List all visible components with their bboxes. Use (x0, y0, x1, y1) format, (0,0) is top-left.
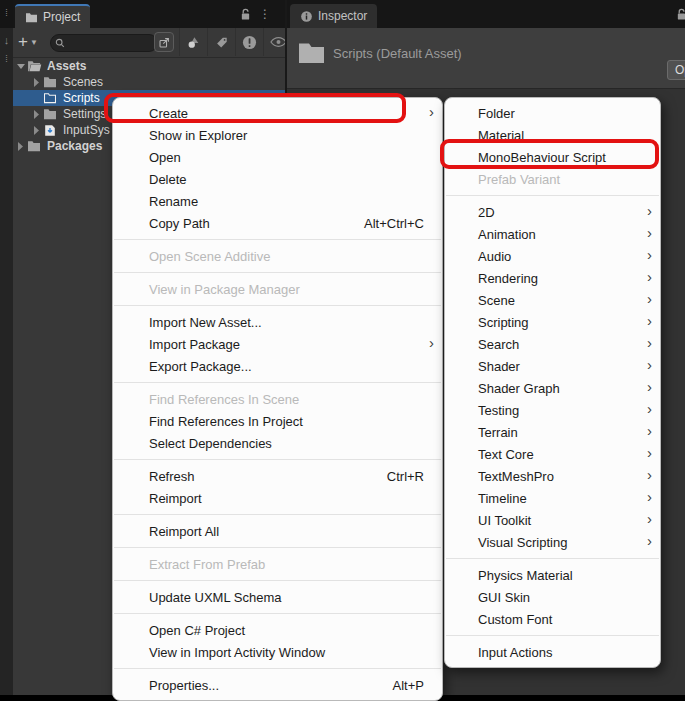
down-arrow-icon[interactable]: ↓ (0, 34, 13, 46)
submenu-item-material[interactable]: Material (445, 124, 660, 146)
search-input[interactable] (68, 36, 142, 50)
submenu-item-gui-skin[interactable]: GUI Skin (445, 586, 660, 608)
submenu-item-text-core[interactable]: Text Core › (445, 443, 660, 465)
menu-item-import-new-asset[interactable]: Import New Asset... (113, 311, 442, 333)
twisty-icon[interactable] (33, 78, 43, 87)
menu-item-find-references-in-project[interactable]: Find References In Project (113, 410, 442, 432)
menu-item-extract-from-prefab[interactable]: Extract From Prefab (113, 553, 442, 575)
submenu-item-rendering[interactable]: Rendering › (445, 267, 660, 289)
submenu-item-folder[interactable]: Folder (445, 102, 660, 124)
submenu-item-label: Audio (478, 249, 646, 264)
menu-item-open[interactable]: Open (113, 146, 442, 168)
menu-separator (114, 580, 441, 581)
submenu-item-shader[interactable]: Shader › (445, 355, 660, 377)
tab-project[interactable]: Project (15, 4, 90, 28)
menu-item-copy-path[interactable]: Copy Path Alt+Ctrl+C (113, 212, 442, 234)
submenu-item-label: Timeline (478, 491, 646, 506)
tab-inspector[interactable]: Inspector (290, 4, 377, 28)
search-icon (55, 38, 65, 48)
folder-icon (43, 75, 59, 89)
tree-item-scenes[interactable]: Scenes (13, 74, 285, 90)
menu-item-create[interactable]: Create › (113, 102, 442, 124)
submenu-item-scripting[interactable]: Scripting › (445, 311, 660, 333)
kebab-icon[interactable]: ⁞ (0, 54, 13, 64)
submenu-item-ui-toolkit[interactable]: UI Toolkit › (445, 509, 660, 531)
filter-by-label-button[interactable] (207, 28, 235, 56)
submenu-item-label: Search (478, 337, 646, 352)
menu-item-shortcut: Alt+P (393, 678, 424, 693)
tree-item-label: Scripts (63, 91, 100, 105)
filter-by-type-button[interactable] (179, 28, 207, 56)
menu-item-label: View in Import Activity Window (149, 645, 424, 660)
inspector-unlock-icon[interactable] (676, 8, 685, 21)
submenu-arrow-icon: › (647, 268, 652, 285)
menu-item-open-scene-additive[interactable]: Open Scene Additive (113, 245, 442, 267)
menu-item-label: Copy Path (149, 216, 344, 231)
menu-item-open-c-project[interactable]: Open C# Project (113, 619, 442, 641)
menu-item-label: Delete (149, 172, 424, 187)
submenu-item-visual-scripting[interactable]: Visual Scripting › (445, 531, 660, 553)
submenu-item-2d[interactable]: 2D › (445, 201, 660, 223)
menu-item-view-in-package-manager[interactable]: View in Package Manager (113, 278, 442, 300)
menu-item-label: Update UXML Schema (149, 590, 424, 605)
unlock-icon[interactable] (240, 8, 251, 21)
menu-item-label: Open Scene Additive (149, 249, 424, 264)
menu-item-update-uxml-schema[interactable]: Update UXML Schema (113, 586, 442, 608)
submenu-item-input-actions[interactable]: Input Actions (445, 641, 660, 663)
submenu-arrow-icon: › (647, 488, 652, 505)
create-asset-button[interactable]: +▼ (18, 31, 44, 53)
menu-item-reimport[interactable]: Reimport (113, 487, 442, 509)
submenu-item-audio[interactable]: Audio › (445, 245, 660, 267)
menu-item-import-package[interactable]: Import Package › (113, 333, 442, 355)
menu-item-properties[interactable]: Properties... Alt+P (113, 674, 442, 696)
twisty-icon[interactable] (33, 126, 43, 135)
menu-item-view-in-import-activity-window[interactable]: View in Import Activity Window (113, 641, 442, 663)
create-submenu: Folder Material MonoBehaviour Script Pre… (444, 97, 661, 668)
submenu-item-label: GUI Skin (478, 590, 646, 605)
menu-separator (114, 382, 441, 383)
submenu-item-timeline[interactable]: Timeline › (445, 487, 660, 509)
tree-item-assets[interactable]: Assets (13, 58, 285, 74)
submenu-item-label: Folder (478, 106, 646, 121)
submenu-item-testing[interactable]: Testing › (445, 399, 660, 421)
menu-item-select-dependencies[interactable]: Select Dependencies (113, 432, 442, 454)
menu-item-reimport-all[interactable]: Reimport All (113, 520, 442, 542)
menu-item-label: Create (149, 106, 424, 121)
menu-item-find-references-in-scene[interactable]: Find References In Scene (113, 388, 442, 410)
submenu-item-shader-graph[interactable]: Shader Graph › (445, 377, 660, 399)
submenu-item-physics-material[interactable]: Physics Material (445, 564, 660, 586)
submenu-arrow-icon: › (647, 532, 652, 549)
twisty-icon[interactable] (17, 63, 27, 70)
submenu-item-monobehaviour-script[interactable]: MonoBehaviour Script (445, 146, 660, 168)
submenu-item-custom-font[interactable]: Custom Font (445, 608, 660, 630)
search-field[interactable] (50, 34, 158, 52)
more-menu-icon[interactable]: ⋮ (259, 7, 271, 21)
menu-item-label: Extract From Prefab (149, 557, 424, 572)
twisty-icon[interactable] (33, 110, 43, 119)
menu-item-refresh[interactable]: Refresh Ctrl+R (113, 465, 442, 487)
menu-item-show-in-explorer[interactable]: Show in Explorer (113, 124, 442, 146)
menu-separator (446, 635, 659, 636)
menu-item-delete[interactable]: Delete (113, 168, 442, 190)
submenu-item-textmeshpro[interactable]: TextMeshPro › (445, 465, 660, 487)
left-dock-strip: ⁞ ↓ ⁞ (0, 0, 14, 695)
submenu-item-label: Custom Font (478, 612, 646, 627)
alert-filter-button[interactable] (235, 28, 263, 56)
menu-item-rename[interactable]: Rename (113, 190, 442, 212)
tree-item-label: Scenes (63, 75, 103, 89)
submenu-item-scene[interactable]: Scene › (445, 289, 660, 311)
submenu-item-terrain[interactable]: Terrain › (445, 421, 660, 443)
menu-item-label: Properties... (149, 678, 373, 693)
tree-item-label: InputSys (63, 123, 110, 137)
twisty-icon[interactable] (17, 142, 27, 151)
submenu-item-prefab-variant[interactable]: Prefab Variant (445, 168, 660, 190)
menu-separator (114, 305, 441, 306)
submenu-item-animation[interactable]: Animation › (445, 223, 660, 245)
menu-item-export-package[interactable]: Export Package... (113, 355, 442, 377)
menu-item-label: Show in Explorer (149, 128, 424, 143)
open-button[interactable]: Open (667, 60, 685, 80)
submenu-arrow-icon: › (647, 466, 652, 483)
menu-item-label: Reimport (149, 491, 424, 506)
search-target-picker-button[interactable] (154, 32, 174, 52)
submenu-item-search[interactable]: Search › (445, 333, 660, 355)
